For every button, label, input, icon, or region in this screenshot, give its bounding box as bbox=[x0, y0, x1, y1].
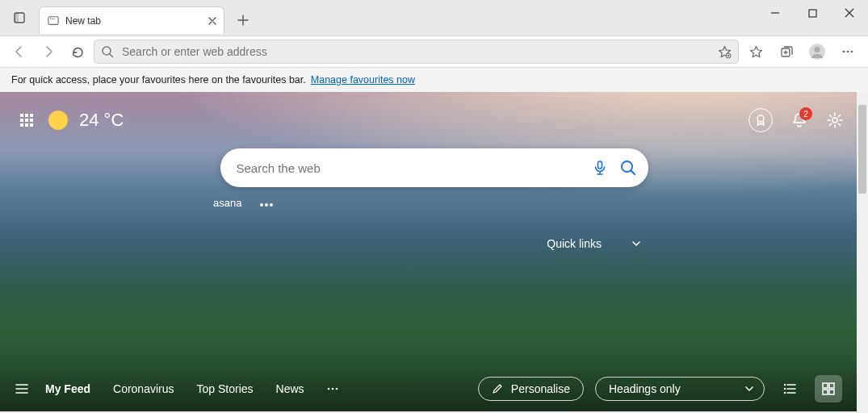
close-window-button[interactable] bbox=[831, 0, 868, 26]
manage-favourites-link[interactable]: Manage favourites now bbox=[311, 74, 415, 86]
address-bar[interactable] bbox=[94, 40, 739, 64]
layout-dropdown[interactable]: Headings only bbox=[595, 377, 765, 401]
search-submit-icon[interactable] bbox=[619, 159, 637, 177]
svg-rect-22 bbox=[25, 123, 28, 127]
svg-point-11 bbox=[815, 47, 820, 52]
favorites-button[interactable] bbox=[742, 39, 769, 65]
feed-tab-myfeed[interactable]: My Feed bbox=[45, 382, 90, 395]
list-view-button[interactable] bbox=[776, 375, 803, 403]
svg-rect-18 bbox=[20, 119, 23, 122]
svg-point-30 bbox=[335, 388, 338, 390]
new-tab-page: 24 °C 2 asana Quick links My bbox=[0, 92, 868, 411]
svg-rect-1 bbox=[15, 13, 19, 23]
browser-tab[interactable]: New tab bbox=[39, 6, 224, 34]
feed-tab-news[interactable]: News bbox=[276, 382, 304, 395]
weather-widget[interactable]: 24 °C bbox=[48, 110, 124, 131]
tab-actions-button[interactable] bbox=[0, 0, 39, 35]
collections-button[interactable] bbox=[773, 39, 800, 65]
weather-sun-icon bbox=[48, 111, 68, 130]
svg-rect-20 bbox=[30, 119, 33, 122]
svg-point-3 bbox=[50, 18, 51, 19]
page-settings-icon[interactable] bbox=[826, 111, 844, 129]
svg-point-12 bbox=[843, 51, 845, 53]
svg-rect-19 bbox=[25, 119, 28, 122]
minimize-button[interactable] bbox=[757, 0, 794, 26]
favourites-bar: For quick access, place your favourites … bbox=[0, 68, 868, 92]
quick-link-more-icon[interactable] bbox=[259, 197, 274, 209]
svg-point-28 bbox=[327, 388, 329, 390]
voice-search-icon[interactable] bbox=[592, 160, 608, 176]
svg-rect-17 bbox=[30, 114, 33, 117]
scrollbar-thumb[interactable] bbox=[858, 105, 866, 194]
svg-rect-36 bbox=[823, 390, 828, 394]
svg-rect-34 bbox=[823, 383, 828, 388]
web-search-box[interactable] bbox=[220, 148, 648, 187]
background-image bbox=[0, 92, 868, 411]
favourites-message: For quick access, place your favourites … bbox=[11, 74, 306, 86]
svg-rect-6 bbox=[809, 10, 816, 17]
scrollbar[interactable] bbox=[857, 92, 868, 411]
svg-rect-21 bbox=[20, 123, 23, 127]
app-launcher-icon[interactable] bbox=[19, 113, 34, 127]
tab-close-icon[interactable] bbox=[208, 16, 217, 26]
titlebar: New tab bbox=[0, 0, 868, 35]
personalise-label: Personalise bbox=[511, 382, 570, 395]
quick-links-label: Quick links bbox=[547, 237, 602, 250]
svg-point-4 bbox=[52, 18, 52, 19]
svg-point-13 bbox=[847, 51, 849, 53]
feed-tab-coronavirus[interactable]: Coronavirus bbox=[113, 382, 174, 395]
refresh-button[interactable] bbox=[65, 39, 90, 65]
tab-title: New tab bbox=[65, 15, 201, 27]
tab-favicon-icon bbox=[48, 15, 59, 27]
svg-point-24 bbox=[757, 115, 764, 122]
svg-rect-26 bbox=[598, 161, 602, 169]
grid-view-button[interactable] bbox=[815, 375, 842, 403]
settings-more-button[interactable] bbox=[834, 39, 862, 65]
svg-point-25 bbox=[832, 118, 837, 123]
svg-point-32 bbox=[784, 388, 786, 390]
rewards-icon[interactable] bbox=[748, 108, 773, 132]
address-input[interactable] bbox=[122, 45, 710, 58]
svg-rect-37 bbox=[829, 390, 834, 394]
notification-badge: 2 bbox=[799, 107, 812, 120]
svg-point-14 bbox=[851, 51, 853, 53]
quick-links-toggle[interactable]: Quick links bbox=[547, 237, 642, 250]
favorite-star-icon[interactable] bbox=[718, 45, 732, 59]
notifications-icon[interactable]: 2 bbox=[790, 111, 808, 129]
profile-button[interactable] bbox=[803, 39, 831, 65]
search-icon bbox=[101, 45, 114, 58]
svg-rect-15 bbox=[20, 114, 23, 117]
weather-temp: 24 °C bbox=[79, 110, 124, 131]
svg-point-29 bbox=[331, 388, 333, 390]
window-controls bbox=[757, 0, 868, 26]
svg-rect-35 bbox=[829, 383, 834, 388]
feed-menu-icon[interactable] bbox=[15, 382, 29, 396]
svg-rect-23 bbox=[30, 123, 33, 127]
quick-link-item[interactable]: asana bbox=[213, 197, 241, 209]
toolbar bbox=[0, 35, 868, 68]
svg-rect-2 bbox=[48, 16, 58, 24]
back-button[interactable] bbox=[6, 39, 32, 65]
forward-button[interactable] bbox=[36, 39, 61, 65]
svg-point-33 bbox=[784, 392, 786, 394]
feed-more-icon[interactable] bbox=[325, 382, 340, 396]
svg-point-5 bbox=[53, 18, 54, 19]
layout-label: Headings only bbox=[609, 382, 681, 395]
svg-point-31 bbox=[784, 384, 786, 386]
personalise-button[interactable]: Personalise bbox=[478, 377, 584, 401]
feed-bar: My Feed Coronavirus Top Stories News Per… bbox=[0, 366, 857, 411]
web-search-input[interactable] bbox=[237, 161, 581, 175]
maximize-button[interactable] bbox=[794, 0, 831, 26]
pencil-icon bbox=[492, 383, 503, 394]
new-tab-button[interactable] bbox=[229, 6, 257, 34]
svg-rect-16 bbox=[25, 114, 28, 117]
feed-tab-top-stories[interactable]: Top Stories bbox=[197, 382, 254, 395]
chevron-down-icon bbox=[744, 384, 754, 394]
chevron-down-icon bbox=[631, 238, 642, 249]
